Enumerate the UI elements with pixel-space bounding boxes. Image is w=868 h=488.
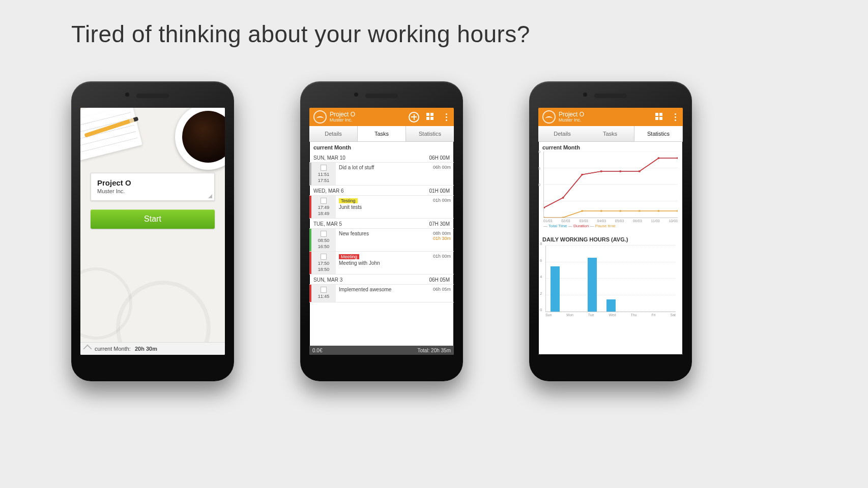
actionbar-title: Project O	[559, 111, 584, 118]
overflow-icon[interactable]	[671, 113, 680, 121]
svg-rect-27	[658, 210, 659, 212]
svg-rect-14	[562, 197, 564, 199]
task-row[interactable]: 11:5117:51Did a lot of stuff06h 00m	[309, 163, 454, 186]
footer-cost: 0.0€	[312, 348, 322, 353]
checkbox-icon	[321, 231, 327, 237]
actionbar-subtitle: Muster Inc.	[330, 118, 355, 123]
task-duration: 01h 00m	[423, 196, 454, 218]
task-description: Did a lot of stuff	[339, 165, 374, 170]
task-description: New features	[339, 231, 369, 236]
actionbar-subtitle: Muster Inc.	[559, 118, 584, 123]
project-selector-card[interactable]: Project O Muster Inc.	[91, 173, 215, 201]
line-chart-legend: — Total Time — Duration — Pause time	[543, 224, 678, 228]
phone3-screen: Project O Muster Inc. Details Tasks Stat…	[538, 108, 683, 355]
svg-rect-17	[620, 171, 621, 172]
task-row[interactable]: 11:45Implemented awesome06h 05m	[309, 285, 454, 302]
phone-3: Project O Muster Inc. Details Tasks Stat…	[529, 81, 692, 381]
time-column: 17:4918:49	[311, 196, 336, 218]
phone-2: Project O Muster Inc. Details Tasks Stat…	[300, 81, 463, 381]
task-description: Meeting with John	[339, 260, 380, 266]
phone1-screen: Timesheet Project O Muster Inc. Start	[80, 108, 225, 355]
svg-rect-18	[639, 171, 640, 172]
checkbox-icon	[321, 287, 327, 293]
footer-label: current Month:	[95, 346, 131, 352]
grid-icon[interactable]	[426, 113, 435, 121]
task-row[interactable]: 17:4918:49TestingJunit tests01h 00m	[309, 196, 454, 219]
task-list[interactable]: current MonthSUN, MAR 1006H 00M11:5117:5…	[309, 141, 454, 346]
actionbar: Project O Muster Inc.	[309, 108, 454, 126]
day-header: SUN, MAR 1006H 00M	[309, 152, 454, 163]
footer-total: Total: 20h 35m	[417, 348, 451, 353]
task-tag: Testing	[339, 198, 358, 203]
tab-tasks[interactable]: Tasks	[357, 126, 406, 141]
svg-rect-22	[562, 217, 564, 218]
task-row[interactable]: 08:5016:50New features08h 00m01h 30m	[309, 229, 454, 252]
time-column: 11:45	[311, 285, 336, 302]
svg-rect-16	[600, 171, 602, 172]
day-header: TUE, MAR 507H 30M	[309, 219, 454, 229]
tab-details[interactable]: Details	[309, 126, 357, 141]
svg-rect-13	[544, 207, 545, 208]
task-duration: 01h 00m	[423, 252, 454, 274]
line-chart-title: current Month	[538, 141, 683, 151]
footer-value: 20h 30m	[135, 346, 157, 352]
svg-rect-28	[677, 210, 678, 212]
bar-chart: 02468	[545, 246, 676, 312]
tab-statistics[interactable]: Statistics	[634, 126, 683, 141]
task-description: Junit tests	[339, 204, 362, 210]
add-icon[interactable]	[409, 112, 419, 123]
tab-tasks[interactable]: Tasks	[586, 126, 634, 141]
task-description: Implemented awesome	[339, 287, 391, 292]
tabbar: Details Tasks Statistics	[538, 126, 683, 142]
tabbar: Details Tasks Statistics	[309, 126, 454, 142]
phone2-screen: Project O Muster Inc. Details Tasks Stat…	[309, 108, 454, 355]
bar	[606, 299, 616, 312]
start-button[interactable]: Start	[91, 209, 215, 229]
actionbar-title: Project O	[330, 111, 355, 118]
day-header: WED, MAR 601H 00M	[309, 186, 454, 196]
time-column: 08:5016:50	[311, 229, 336, 251]
app-logo-icon	[542, 110, 556, 124]
checkbox-icon	[321, 165, 327, 171]
task-duration: 08h 00m01h 30m	[423, 229, 454, 251]
checkbox-icon	[321, 198, 327, 204]
svg-rect-15	[581, 174, 583, 175]
svg-rect-26	[639, 210, 640, 212]
bar-chart-xlabels: SunMonTueWedThuFriSat	[545, 313, 676, 317]
coffee-decor	[175, 108, 225, 170]
bar	[551, 266, 560, 312]
task-duration: 06h 00m	[423, 163, 454, 185]
company-name: Muster Inc.	[97, 188, 208, 194]
svg-rect-23	[581, 210, 583, 212]
section-title: current Month	[309, 141, 454, 152]
actionbar: Project O Muster Inc.	[538, 108, 683, 126]
time-column: 17:5018:50	[311, 252, 336, 274]
summary-footer[interactable]: current Month: 20h 30m	[80, 342, 225, 355]
bar-chart-title: DAILY WORKING HOURS (AVG.)	[538, 233, 683, 243]
line-chart-xlabels: 01/0302/0303/0304/0305/0306/0311/0310/03	[543, 219, 678, 223]
chevron-up-icon	[83, 345, 92, 353]
phone-1: Timesheet Project O Muster Inc. Start	[71, 81, 234, 381]
day-header: SUN, MAR 306H 05M	[309, 274, 454, 285]
grid-icon[interactable]	[655, 113, 664, 121]
checkbox-icon	[321, 254, 327, 260]
svg-rect-25	[620, 210, 621, 212]
bar	[588, 258, 597, 312]
tab-statistics[interactable]: Statistics	[406, 126, 454, 141]
svg-rect-19	[658, 158, 659, 159]
app-logo-icon	[313, 110, 327, 124]
task-tag: Meeting	[339, 254, 359, 259]
line-chart: 05101520	[543, 151, 678, 218]
time-column: 11:5117:51	[311, 163, 336, 185]
project-name: Project O	[97, 178, 208, 187]
page-headline: Tired of thinking about your working hou…	[71, 20, 530, 48]
task-duration: 06h 05m	[423, 285, 454, 302]
overflow-icon[interactable]	[442, 113, 451, 121]
list-footer: 0.0€ Total: 20h 35m	[309, 346, 454, 355]
svg-rect-20	[677, 158, 678, 159]
svg-rect-21	[544, 217, 545, 218]
task-row[interactable]: 17:5018:50MeetingMeeting with John01h 00…	[309, 252, 454, 274]
tab-details[interactable]: Details	[538, 126, 586, 141]
svg-rect-24	[600, 210, 602, 212]
